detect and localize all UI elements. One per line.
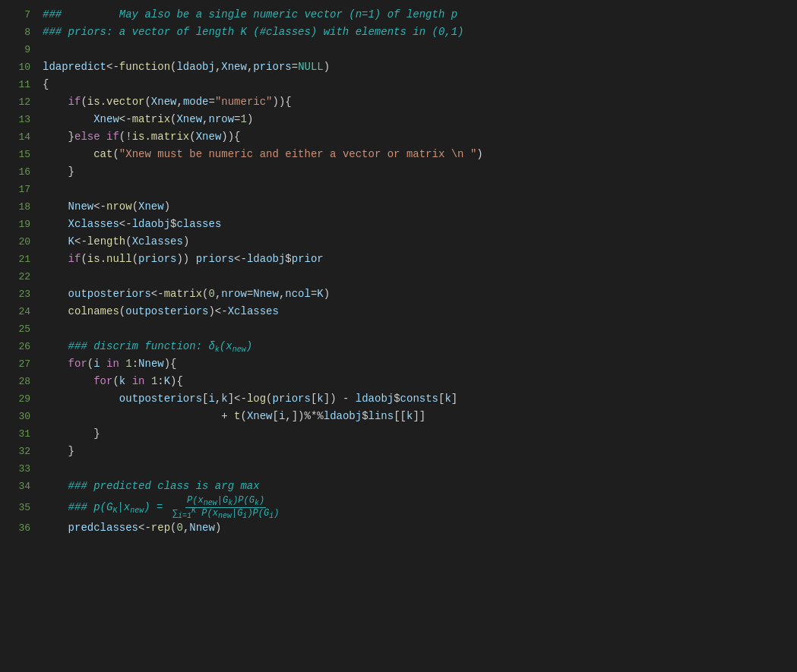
line-23: 23 outposteriors<-matrix(0,nrow=Nnew,nco… — [0, 286, 797, 303]
line-num-16: 16 — [6, 164, 30, 181]
line-content-22 — [43, 268, 791, 285]
line-16: 16 } — [0, 163, 797, 181]
line-28: 28 for(k in 1:K){ — [0, 373, 797, 390]
line-num-10: 10 — [6, 59, 30, 76]
line-27: 27 for(i in 1:Nnew){ — [0, 355, 797, 373]
line-content-14: }else if(!is.matrix(Xnew)){ — [43, 128, 791, 145]
line-11: 11 { — [0, 76, 797, 93]
line-num-13: 13 — [6, 112, 30, 128]
line-content-10: ldapredict<-function(ldaobj,Xnew,priors=… — [43, 58, 791, 75]
line-num-20: 20 — [6, 234, 30, 251]
line-17: 17 — [0, 181, 797, 198]
line-content-21: if(is.null(priors)) priors<-ldaobj$prior — [43, 251, 791, 267]
line-31: 31 } — [0, 425, 797, 443]
line-36: 36 predclasses<-rep(0,Nnew) — [0, 519, 797, 537]
line-content-29: outposteriors[i,k]<-log(priors[k]) - lda… — [43, 390, 791, 407]
line-content-8: ### priors: a vector of length K (#class… — [43, 24, 791, 40]
line-9: 9 — [0, 41, 797, 58]
line-content-13: Xnew<-matrix(Xnew,nrow=1) — [43, 111, 791, 128]
line-13: 13 Xnew<-matrix(Xnew,nrow=1) — [0, 111, 797, 128]
line-num-35: 35 — [6, 500, 30, 516]
line-num-15: 15 — [6, 147, 30, 163]
line-12: 12 if(is.vector(Xnew,mode="numeric")){ — [0, 93, 797, 111]
line-content-33 — [43, 460, 791, 477]
line-num-26: 26 — [6, 339, 30, 355]
line-10: 10 ldapredict<-function(ldaobj,Xnew,prio… — [0, 58, 797, 76]
line-content-30: + t(Xnew[i,])%*%ldaobj$lins[[k]] — [43, 408, 791, 424]
line-15: 15 cat("Xnew must be numeric and either … — [0, 146, 797, 163]
line-num-25: 25 — [6, 321, 30, 338]
line-content-18: Nnew<-nrow(Xnew) — [43, 198, 791, 215]
line-19: 19 Xclasses<-ldaobj$classes — [0, 216, 797, 233]
line-content-34: ### predicted class is arg max — [43, 478, 791, 494]
line-content-27: for(i in 1:Nnew){ — [43, 355, 791, 372]
line-26: 26 ### discrim function: δk(xnew) — [0, 338, 797, 355]
line-content-36: predclasses<-rep(0,Nnew) — [43, 519, 791, 536]
line-content-24: colnames(outposteriors)<-Xclasses — [43, 303, 791, 320]
line-content-23: outposteriors<-matrix(0,nrow=Nnew,ncol=K… — [43, 286, 791, 302]
line-34: 34 ### predicted class is arg max — [0, 478, 797, 495]
line-num-36: 36 — [6, 520, 30, 537]
line-21: 21 if(is.null(priors)) priors<-ldaobj$pr… — [0, 251, 797, 268]
line-32: 32 } — [0, 443, 797, 460]
line-33: 33 — [0, 460, 797, 478]
line-30: 30 + t(Xnew[i,])%*%ldaobj$lins[[k]] — [0, 408, 797, 425]
line-24: 24 colnames(outposteriors)<-Xclasses — [0, 303, 797, 320]
line-num-9: 9 — [6, 42, 30, 58]
line-num-22: 22 — [6, 269, 30, 286]
line-num-14: 14 — [6, 129, 30, 146]
line-num-28: 28 — [6, 374, 30, 390]
line-num-23: 23 — [6, 286, 30, 303]
line-content-31: } — [43, 425, 791, 442]
line-content-15: cat("Xnew must be numeric and either a v… — [43, 146, 791, 162]
line-content-26: ### discrim function: δk(xnew) — [43, 338, 791, 355]
line-content-11: { — [43, 76, 791, 93]
line-content-20: K<-length(Xclasses) — [43, 233, 791, 250]
line-7: 7 ### May also be a single numeric vecto… — [0, 6, 797, 24]
line-content-17 — [43, 181, 791, 197]
line-num-17: 17 — [6, 181, 30, 198]
line-content-7: ### May also be a single numeric vector … — [43, 6, 791, 23]
line-num-30: 30 — [6, 409, 30, 425]
code-editor: 7 ### May also be a single numeric vecto… — [0, 0, 797, 672]
line-content-25 — [43, 320, 791, 337]
line-content-19: Xclasses<-ldaobj$classes — [43, 216, 791, 232]
line-num-21: 21 — [6, 251, 30, 268]
line-num-29: 29 — [6, 391, 30, 408]
line-35: 35 ### p(GK|xnew) = P(xnew|Gk)P(Gk) ∑i=1… — [0, 495, 797, 519]
line-content-9 — [43, 41, 791, 58]
line-29: 29 outposteriors[i,k]<-log(priors[k]) - … — [0, 390, 797, 408]
line-num-31: 31 — [6, 426, 30, 443]
line-14: 14 }else if(!is.matrix(Xnew)){ — [0, 128, 797, 146]
line-22: 22 — [0, 268, 797, 286]
line-content-12: if(is.vector(Xnew,mode="numeric")){ — [43, 93, 791, 110]
line-num-8: 8 — [6, 24, 30, 41]
line-num-7: 7 — [6, 7, 30, 24]
line-20: 20 K<-length(Xclasses) — [0, 233, 797, 251]
line-num-27: 27 — [6, 356, 30, 373]
line-num-34: 34 — [6, 478, 30, 495]
line-num-12: 12 — [6, 94, 30, 111]
line-25: 25 — [0, 320, 797, 338]
line-num-19: 19 — [6, 216, 30, 233]
line-8: 8 ### priors: a vector of length K (#cla… — [0, 24, 797, 41]
line-num-11: 11 — [6, 77, 30, 93]
line-content-16: } — [43, 163, 791, 180]
line-num-33: 33 — [6, 461, 30, 478]
line-18: 18 Nnew<-nrow(Xnew) — [0, 198, 797, 216]
line-num-24: 24 — [6, 304, 30, 320]
line-num-32: 32 — [6, 443, 30, 460]
line-content-32: } — [43, 443, 791, 459]
line-content-35: ### p(GK|xnew) = P(xnew|Gk)P(Gk) ∑i=1K P… — [43, 495, 791, 519]
line-num-18: 18 — [6, 199, 30, 216]
line-content-28: for(k in 1:K){ — [43, 373, 791, 390]
